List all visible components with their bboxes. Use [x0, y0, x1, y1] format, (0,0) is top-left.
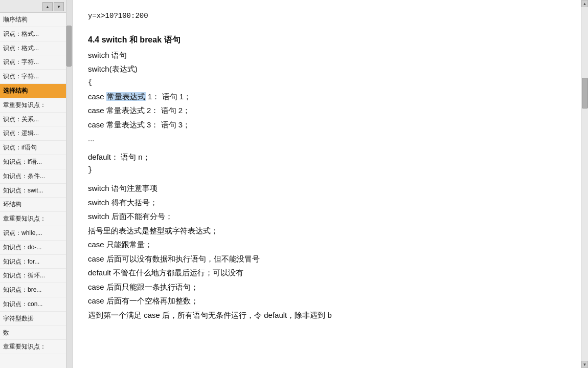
- scroll-up-button[interactable]: ▲: [42, 2, 53, 11]
- content-line-5: {: [88, 77, 566, 89]
- content-line-16: switch 后面不能有分号；: [88, 210, 566, 223]
- content-line-18: case 只能跟常量；: [88, 238, 566, 251]
- content-blank-13: [88, 178, 566, 182]
- case-highlight-6: 常量表达式: [106, 92, 146, 101]
- content-panel: y=x>10?100:2004.4 switch 和 break 语句switc…: [73, 0, 581, 368]
- sidebar-scroll-controls: ▲ ▼: [0, 0, 66, 13]
- scroll-up-arrow[interactable]: ▲: [581, 0, 588, 7]
- sidebar-item-seq-structure[interactable]: 顺序结构: [0, 13, 66, 27]
- sidebar-item-select-structure[interactable]: 选择结构: [0, 84, 66, 98]
- content-line-21: case 后面只能跟一条执行语句；: [88, 280, 566, 294]
- content-line-19: case 后面可以没有数据和执行语句，但不能没冒号: [88, 252, 566, 266]
- right-scrollbar[interactable]: ▲ ▼: [581, 0, 588, 368]
- sidebar-item-knowledge-if2[interactable]: 知识点：if语...: [0, 155, 66, 169]
- case-prefix-6: case: [88, 92, 106, 101]
- sidebar-item-knowledge-char-2[interactable]: 识点：字符...: [0, 70, 66, 84]
- sidebar-item-list: 顺序结构识点：格式...识点：格式...识点：字符...识点：字符...选择结构…: [0, 13, 66, 368]
- sidebar-item-char-data[interactable]: 字符型数据: [0, 312, 66, 326]
- content-line-15: switch 得有大括号；: [88, 196, 566, 209]
- content-line-20: default 不管在什么地方都最后运行；可以没有: [88, 266, 566, 279]
- content-line-11: default： 语句 n；: [88, 150, 566, 164]
- content-line-7: case 常量表达式 2： 语句 2；: [88, 104, 566, 117]
- right-scrollbar-thumb[interactable]: [582, 78, 588, 109]
- sidebar-item-knowledge-char-1[interactable]: 识点：字符...: [0, 55, 66, 70]
- sidebar-item-knowledge-if[interactable]: 识点：if语句: [0, 141, 66, 155]
- sidebar-item-knowledge-format-2[interactable]: 识点：格式...: [0, 41, 66, 56]
- content-line-14: switch 语句注意事项: [88, 182, 566, 195]
- content-line-2: 4.4 switch 和 break 语句: [88, 33, 566, 47]
- scrollbar-thumb[interactable]: [66, 26, 72, 67]
- content-line-4: switch(表达式): [88, 62, 566, 76]
- sidebar-item-knowledge-do[interactable]: 知识点：do-...: [0, 241, 66, 255]
- content-line-0: y=x>10?100:200: [88, 10, 566, 23]
- content-line-9: ...: [88, 132, 566, 145]
- sidebar-item-knowledge-logic[interactable]: 识点：逻辑...: [0, 126, 66, 141]
- sidebar: ▲ ▼ 顺序结构识点：格式...识点：格式...识点：字符...识点：字符...…: [0, 0, 66, 368]
- content-line-8: case 常量表达式 3： 语句 3；: [88, 118, 566, 132]
- sidebar-item-chapter-important3[interactable]: 章重要知识点：: [0, 340, 66, 354]
- sidebar-item-knowledge-while[interactable]: 识点：while,...: [0, 226, 66, 241]
- right-scrollbar-track[interactable]: [581, 7, 588, 361]
- sidebar-item-knowledge-format-1[interactable]: 识点：格式...: [0, 27, 66, 41]
- content-line-12: }: [88, 164, 566, 177]
- content-line-6: case 常量表达式 1： 语句 1；: [88, 90, 566, 103]
- mid-scrollbar[interactable]: [66, 0, 73, 368]
- content-line-23: 遇到第一个满足 case 后，所有语句无条件运行，令 default，除非遇到 …: [88, 309, 566, 322]
- sidebar-item-knowledge-for[interactable]: 知识点：for...: [0, 255, 66, 269]
- sidebar-item-knowledge-loop[interactable]: 知识点：循环...: [0, 269, 66, 283]
- sidebar-item-knowledge-rel[interactable]: 识点：关系...: [0, 113, 66, 127]
- content-blank-10: [88, 146, 566, 150]
- sidebar-item-knowledge-bre[interactable]: 知识点：bre...: [0, 283, 66, 297]
- sidebar-item-loop-structure[interactable]: 环结构: [0, 198, 66, 212]
- sidebar-item-knowledge-con[interactable]: 知识点：con...: [0, 297, 66, 312]
- main-content-area: y=x>10?100:2004.4 switch 和 break 语句switc…: [73, 0, 588, 368]
- sidebar-item-array[interactable]: 数: [0, 326, 66, 340]
- content-line-3: switch 语句: [88, 49, 566, 62]
- scroll-down-arrow[interactable]: ▼: [581, 361, 588, 368]
- sidebar-item-knowledge-cond[interactable]: 知识点：条件...: [0, 169, 66, 184]
- sidebar-item-chapter-important2[interactable]: 章重要知识点：: [0, 212, 66, 226]
- sidebar-item-knowledge-swit[interactable]: 知识点：swit...: [0, 184, 66, 198]
- scrollbar-track[interactable]: [66, 0, 72, 368]
- content-blank-1: [88, 24, 566, 28]
- content-line-17: 括号里的表达式是整型或字符表达式；: [88, 224, 566, 237]
- sidebar-item-chapter-important[interactable]: 章重要知识点：: [0, 98, 66, 113]
- content-line-22: case 后面有一个空格再加整数；: [88, 294, 566, 308]
- case-suffix-6: 1： 语句 1；: [146, 92, 191, 101]
- scroll-down-button[interactable]: ▼: [54, 2, 64, 11]
